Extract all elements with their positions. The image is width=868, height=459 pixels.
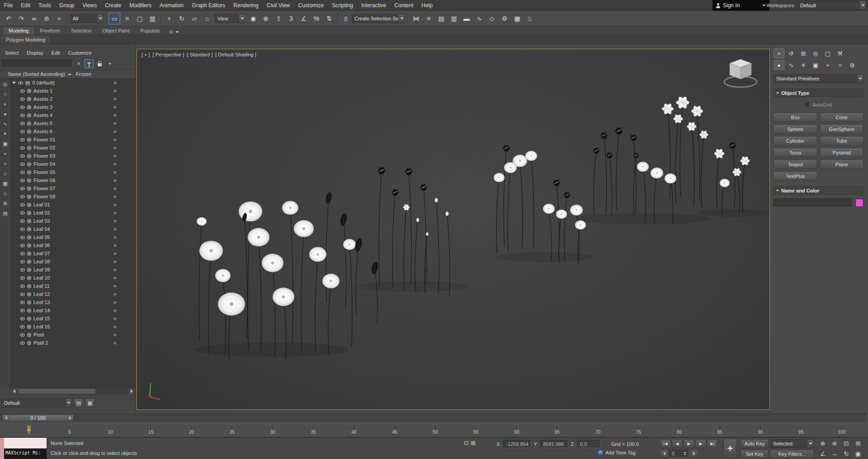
tab-object-paint[interactable]: Object Paint [97, 26, 135, 35]
eye-icon[interactable] [20, 89, 25, 93]
display-invert-filter-icon[interactable]: ◐ [1, 99, 10, 108]
display-cameras-filter-icon[interactable]: ▣ [1, 139, 10, 148]
eye-icon[interactable] [20, 333, 25, 337]
display-bones-filter-icon[interactable]: ⌂ [1, 169, 10, 178]
display-tab-icon[interactable]: ▢ [822, 48, 833, 58]
track-bar[interactable]: 0 5 10 15 20 25 30 35 [0, 424, 868, 437]
eye-icon[interactable] [20, 138, 25, 141]
eye-icon[interactable] [20, 106, 25, 109]
explorer-menu-item[interactable]: Customize [64, 50, 96, 56]
eye-icon[interactable] [20, 171, 25, 174]
redo-icon[interactable]: ↷ [15, 13, 27, 24]
maximize-viewport-icon[interactable]: ▣ [853, 449, 863, 459]
eye-icon[interactable] [20, 220, 25, 223]
object-type-button[interactable]: Box [774, 112, 817, 122]
explorer-search-input[interactable] [1, 60, 73, 68]
scroll-right-icon[interactable] [128, 388, 135, 394]
eye-icon[interactable] [20, 211, 25, 215]
eye-icon[interactable] [20, 179, 25, 182]
schematic-view-icon[interactable]: ◇ [486, 13, 498, 24]
named-selection-set-dropdown[interactable]: Create Selection Se [352, 14, 405, 23]
frozen-toggle-icon[interactable]: ∗ [113, 251, 117, 257]
previous-frame-icon[interactable] [3, 415, 9, 421]
render-setup-icon[interactable]: ⚙ [499, 13, 510, 24]
display-none-filter-icon[interactable]: ○ [1, 89, 10, 98]
toggle-ribbon-icon[interactable]: ▬ [461, 13, 472, 24]
eye-icon[interactable] [20, 187, 25, 190]
angle-snap-icon[interactable]: ∠ [298, 13, 310, 24]
previous-frame-button[interactable]: ◀ [672, 439, 683, 448]
clear-search-icon[interactable]: × [74, 59, 83, 68]
go-to-end-button[interactable]: ▶| [707, 439, 718, 448]
eye-icon[interactable] [20, 317, 25, 320]
frozen-toggle-icon[interactable]: ∗ [113, 291, 117, 297]
frozen-toggle-icon[interactable]: ∗ [113, 121, 117, 126]
eye-icon[interactable] [20, 301, 25, 304]
object-type-button[interactable]: Torus [774, 148, 817, 157]
subcategory-dropdown[interactable]: Standard Primitives [774, 74, 863, 83]
rectangular-selection-region-icon[interactable]: ▢ [134, 13, 146, 24]
menu-item[interactable]: Views [78, 0, 101, 10]
modify-tab-icon[interactable]: ↺ [786, 48, 797, 58]
frame-spinner[interactable] [684, 452, 686, 455]
menu-item[interactable]: Help [417, 0, 437, 10]
eye-icon[interactable] [20, 325, 25, 328]
eye-icon[interactable] [20, 293, 25, 296]
select-and-place-icon[interactable]: ⌂ [201, 13, 213, 24]
undo-icon[interactable]: ↶ [3, 13, 14, 24]
object-name-input[interactable] [774, 198, 853, 207]
eye-icon[interactable] [20, 342, 25, 345]
explorer-horizontal-scrollbar[interactable] [11, 388, 135, 394]
explorer-row[interactable]: Flower 03 ∗ [11, 152, 135, 160]
frozen-toggle-icon[interactable]: ∗ [113, 316, 117, 322]
eye-icon[interactable] [20, 228, 25, 231]
eye-icon[interactable] [20, 276, 25, 280]
display-shapes-filter-icon[interactable]: ∿ [1, 119, 10, 128]
frozen-toggle-icon[interactable]: ∗ [113, 104, 117, 110]
explorer-row[interactable]: Leaf 08 ∗ [11, 258, 135, 266]
display-containers-filter-icon[interactable]: ▦ [1, 179, 10, 188]
time-slider-handle[interactable]: 0 / 100 [2, 414, 74, 422]
explorer-row[interactable]: Assets 4 ∗ [11, 111, 135, 119]
explorer-row[interactable]: Leaf 07 ∗ [11, 249, 135, 258]
scrollbar-thumb[interactable] [19, 389, 95, 393]
explorer-row[interactable]: Leaf 12 ∗ [11, 290, 135, 298]
explorer-row[interactable]: Assets 1 ∗ [11, 87, 135, 95]
zoom-region-icon[interactable]: ⊞ [853, 439, 863, 448]
zoom-all-icon[interactable]: ⊛ [829, 439, 840, 448]
frozen-toggle-icon[interactable]: ∗ [113, 178, 117, 183]
eye-icon[interactable] [20, 252, 25, 255]
lights-category-icon[interactable]: ☀ [798, 60, 809, 70]
explorer-row[interactable]: Flower 01 ∗ [11, 136, 135, 144]
explorer-row[interactable]: Leaf 03 ∗ [11, 217, 135, 225]
menu-item[interactable]: Rendering [229, 0, 262, 10]
menu-item[interactable]: Tools [34, 0, 55, 10]
display-xrefs-filter-icon[interactable]: ◇ [1, 189, 10, 198]
select-by-name-icon[interactable]: ≡ [121, 13, 133, 24]
explorer-row[interactable]: Assets 3 ∗ [11, 103, 135, 111]
macro-recorder-pane[interactable] [4, 438, 47, 449]
frozen-toggle-icon[interactable]: ∗ [113, 137, 117, 143]
object-type-button[interactable]: Cone [820, 112, 864, 122]
mirror-icon[interactable]: ⋈ [410, 13, 422, 24]
frozen-toggle-icon[interactable]: ∗ [113, 300, 117, 305]
keyboard-shortcut-override-icon[interactable]: ⇧ [273, 13, 284, 24]
object-type-button[interactable]: Teapot [774, 159, 817, 169]
menu-item[interactable]: Scripting [328, 0, 357, 10]
select-object-icon[interactable]: ▭ [108, 13, 120, 24]
lock-explorer-icon[interactable] [95, 59, 104, 68]
frozen-toggle-icon[interactable]: ∗ [113, 129, 117, 135]
autogrid-checkbox[interactable] [805, 103, 810, 108]
eye-icon[interactable] [20, 114, 25, 117]
explorer-row[interactable]: Leaf 04 ∗ [11, 225, 135, 233]
selection-lock-toggle-icon[interactable]: ⊠ [471, 440, 476, 446]
frozen-toggle-icon[interactable]: ∗ [113, 332, 117, 338]
display-all-filter-icon[interactable]: ◎ [1, 80, 10, 89]
zoom-icon[interactable]: ⊕ [817, 439, 828, 448]
explorer-row[interactable]: Leaf 13 ∗ [11, 298, 135, 306]
frozen-toggle-icon[interactable]: ∗ [113, 259, 117, 265]
explorer-row[interactable]: Leaf 09 ∗ [11, 266, 135, 274]
window-crossing-icon[interactable]: ▥ [146, 13, 158, 24]
frozen-toggle-icon[interactable]: ∗ [113, 275, 117, 281]
explorer-menu-item[interactable]: Display [23, 50, 47, 56]
